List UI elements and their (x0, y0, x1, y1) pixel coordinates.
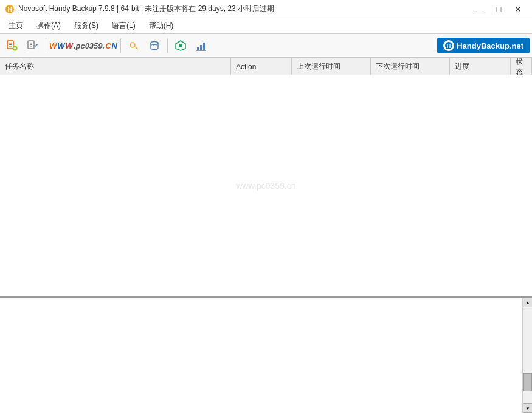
svg-text:H: H (447, 43, 451, 49)
log-scrollbar[interactable]: ▲ ▼ (522, 298, 532, 413)
toolbar-logo: H HandyBackup.net (437, 38, 530, 53)
database-button[interactable] (145, 36, 164, 55)
task-list-area: 任务名称 Action 上次运行时间 下次运行时间 进度 状态 www.pc03… (0, 58, 532, 298)
toolbar-sep-3 (167, 38, 168, 53)
svg-text:H: H (7, 6, 12, 13)
task-list-body: www.pc0359.cn (0, 75, 532, 296)
menubar: 主页 操作(A) 服务(S) 语言(L) 帮助(H) (0, 18, 532, 34)
menu-item-help[interactable]: 帮助(H) (143, 19, 180, 33)
center-watermark: www.pc0359.cn (236, 181, 295, 191)
key-icon (127, 39, 140, 52)
titlebar-title: Novosoft Handy Backup 7.9.8 | 64-bit | 未… (18, 4, 274, 14)
svg-rect-23 (200, 45, 202, 50)
col-header-status: 状态 (511, 58, 532, 75)
svg-point-21 (179, 44, 182, 47)
chart-button[interactable] (192, 36, 211, 55)
toolbar-watermark: WWW .pc0359.CN (49, 41, 117, 50)
key-button[interactable] (124, 36, 143, 55)
network-button[interactable] (171, 36, 190, 55)
scroll-up-button[interactable]: ▲ (523, 298, 532, 307)
app-icon: H (5, 4, 15, 14)
col-header-progress: 进度 (450, 58, 511, 75)
menu-item-service[interactable]: 服务(S) (68, 19, 105, 33)
log-area: ▲ ▼ (0, 298, 532, 413)
titlebar-controls: — □ ✕ (470, 2, 527, 16)
titlebar-left: H Novosoft Handy Backup 7.9.8 | 64-bit |… (5, 4, 274, 14)
minimize-button[interactable]: — (470, 2, 488, 16)
menu-item-task[interactable]: 操作(A) (30, 19, 67, 33)
svg-point-15 (130, 43, 135, 47)
toolbar-buttons: WWW .pc0359.CN (2, 36, 211, 55)
main-content: 任务名称 Action 上次运行时间 下次运行时间 进度 状态 www.pc03… (0, 58, 532, 413)
edit-task-button[interactable] (23, 36, 43, 55)
col-header-next-run: 下次运行时间 (371, 58, 450, 75)
toolbar: WWW .pc0359.CN (0, 34, 532, 58)
toolbar-sep-1 (46, 38, 46, 53)
new-task-icon (5, 39, 19, 52)
new-task-button[interactable] (2, 36, 22, 55)
titlebar: H Novosoft Handy Backup 7.9.8 | 64-bit |… (0, 0, 532, 18)
col-header-action: Action (231, 58, 292, 75)
logo-icon: H (443, 40, 454, 51)
database-icon (148, 39, 161, 52)
svg-point-18 (151, 42, 158, 45)
edit-task-icon (26, 39, 40, 52)
scroll-down-button[interactable]: ▼ (523, 403, 532, 413)
menu-item-main[interactable]: 主页 (2, 19, 29, 33)
scroll-thumb[interactable] (523, 373, 532, 391)
svg-rect-22 (197, 47, 199, 50)
log-content (0, 298, 522, 413)
network-icon (174, 39, 187, 52)
col-header-last-run: 上次运行时间 (292, 58, 371, 75)
logo-text: HandyBackup.net (457, 41, 523, 50)
toolbar-sep-2 (120, 38, 121, 53)
scroll-track[interactable] (523, 307, 532, 403)
close-button[interactable]: ✕ (509, 2, 527, 16)
table-header: 任务名称 Action 上次运行时间 下次运行时间 进度 状态 (0, 58, 532, 75)
chart-icon (195, 39, 208, 52)
menu-item-language[interactable]: 语言(L) (106, 19, 142, 33)
maximize-button[interactable]: □ (489, 2, 508, 16)
svg-rect-24 (203, 43, 205, 50)
col-header-name: 任务名称 (0, 58, 231, 75)
